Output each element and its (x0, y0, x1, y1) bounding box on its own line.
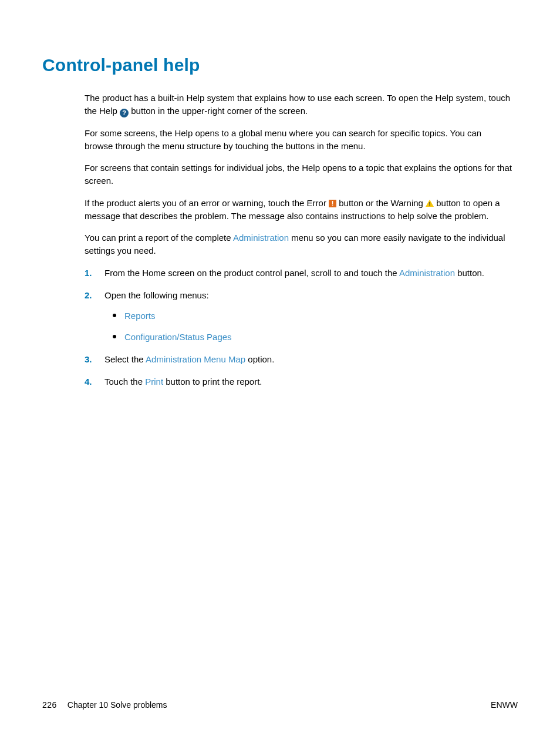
text: Touch the (104, 377, 145, 387)
ui-term-administration: Administration (399, 268, 455, 278)
paragraph-2: For some screens, the Help opens to a gl… (85, 127, 512, 153)
step-4: Touch the Print button to print the repo… (85, 375, 512, 388)
paragraph-3: For screens that contain settings for in… (85, 162, 512, 187)
sub-list: Reports Configuration/Status Pages (104, 310, 512, 344)
ui-term-admin-menu-map: Administration Menu Map (146, 354, 245, 364)
ordered-steps: From the Home screen on the product cont… (85, 267, 512, 388)
text: button in the upper-right corner of the … (129, 106, 308, 116)
paragraph-5: You can print a report of the complete A… (85, 231, 512, 257)
step-1: From the Home screen on the product cont… (85, 267, 512, 280)
sub-item-reports: Reports (124, 310, 512, 322)
warning-icon (426, 200, 434, 207)
error-icon (329, 200, 336, 207)
text: If the product alerts you of an error or… (85, 198, 329, 208)
step-3: Select the Administration Menu Map optio… (85, 353, 512, 366)
step-2: Open the following menus: Reports Config… (85, 289, 512, 344)
page-footer: 226 Chapter 10 Solve problems ENWW (42, 700, 518, 710)
footer-left: 226 Chapter 10 Solve problems (42, 700, 167, 710)
text: button. (455, 268, 484, 278)
page-number: 226 (42, 700, 57, 710)
locale-label: ENWW (491, 700, 518, 710)
paragraph-4: If the product alerts you of an error or… (85, 197, 512, 223)
ui-term-administration: Administration (233, 233, 289, 243)
page-title: Control-panel help (42, 55, 518, 75)
text: Open the following menus: (104, 290, 209, 300)
text: You can print a report of the complete (85, 233, 233, 243)
paragraph-1: The product has a built-in Help system t… (85, 92, 512, 117)
sub-item-config-status: Configuration/Status Pages (124, 331, 512, 344)
body-content: The product has a built-in Help system t… (42, 92, 518, 388)
text: From the Home screen on the product cont… (104, 268, 399, 278)
text: option. (245, 354, 274, 364)
text: button to print the report. (163, 377, 262, 387)
document-page: Control-panel help The product has a bui… (0, 0, 560, 746)
text: Select the (104, 354, 146, 364)
help-icon: ? (120, 109, 129, 117)
chapter-label: Chapter 10 Solve problems (68, 700, 167, 710)
text: button or the Warning (336, 198, 426, 208)
ui-term-print: Print (145, 377, 163, 387)
